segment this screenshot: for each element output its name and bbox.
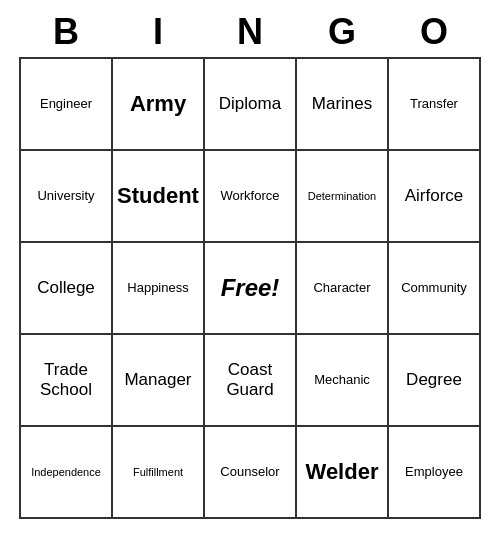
bingo-cell: Determination xyxy=(297,151,389,243)
bingo-letter: G xyxy=(296,10,388,53)
bingo-cell: Character xyxy=(297,243,389,335)
bingo-cell: Mechanic xyxy=(297,335,389,427)
bingo-cell: Engineer xyxy=(21,59,113,151)
bingo-cell: College xyxy=(21,243,113,335)
bingo-cell: Community xyxy=(389,243,481,335)
bingo-cell: Airforce xyxy=(389,151,481,243)
bingo-cell: Workforce xyxy=(205,151,297,243)
bingo-grid: EngineerArmyDiplomaMarinesTransferUniver… xyxy=(19,57,481,519)
bingo-cell: Independence xyxy=(21,427,113,519)
bingo-letter: B xyxy=(20,10,112,53)
bingo-cell: Happiness xyxy=(113,243,205,335)
bingo-cell: Manager xyxy=(113,335,205,427)
bingo-cell: Degree xyxy=(389,335,481,427)
bingo-cell: Coast Guard xyxy=(205,335,297,427)
bingo-cell: Counselor xyxy=(205,427,297,519)
bingo-cell: University xyxy=(21,151,113,243)
bingo-cell: Trade School xyxy=(21,335,113,427)
bingo-cell: Army xyxy=(113,59,205,151)
bingo-cell: Fulfillment xyxy=(113,427,205,519)
bingo-cell: Transfer xyxy=(389,59,481,151)
bingo-cell: Welder xyxy=(297,427,389,519)
bingo-letter: N xyxy=(204,10,296,53)
bingo-cell: Free! xyxy=(205,243,297,335)
bingo-letter: O xyxy=(388,10,480,53)
bingo-cell: Student xyxy=(113,151,205,243)
bingo-header: BINGO xyxy=(20,10,480,53)
bingo-cell: Marines xyxy=(297,59,389,151)
bingo-cell: Diploma xyxy=(205,59,297,151)
bingo-cell: Employee xyxy=(389,427,481,519)
bingo-letter: I xyxy=(112,10,204,53)
